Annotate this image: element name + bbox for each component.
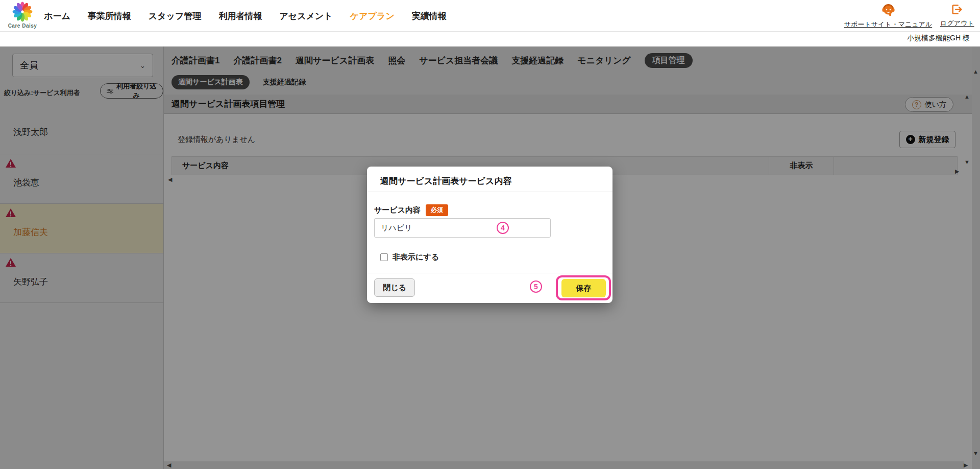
app-root: Care Daisy ホーム 事業所情報 スタッフ管理 利用者情報 アセスメント… [0,0,980,469]
nav-bar: Care Daisy ホーム 事業所情報 スタッフ管理 利用者情報 アセスメント… [0,0,980,32]
support-site-label: サポートサイト・マニュアル [843,20,933,29]
support-site-link[interactable]: サポートサイト・マニュアル [843,3,933,29]
facility-name: 小規模多機能GH 様 [907,34,970,43]
close-button[interactable]: 閉じる [374,278,415,297]
required-badge: 必須 [426,204,448,216]
hide-checkbox[interactable] [380,253,388,261]
service-content-dialog: 週間サービス計画表サービス内容 サービス内容 必須 4 非表示にする 閉じる 5… [367,167,612,303]
annotation-circle-4: 4 [497,222,509,234]
support-headset-icon [881,3,895,17]
top-header: Care Daisy ホーム 事業所情報 スタッフ管理 利用者情報 アセスメント… [0,0,980,46]
nav-item-home[interactable]: ホーム [44,10,70,22]
logout-link[interactable]: ログアウト [940,3,973,28]
logout-label: ログアウト [940,19,973,28]
dialog-header-divider [367,192,612,192]
annotation-circle-5: 5 [530,280,542,293]
dialog-footer-divider [367,273,612,273]
hide-checkbox-label: 非表示にする [393,252,439,262]
logout-icon [950,3,963,16]
dialog-title: 週間サービス計画表サービス内容 [380,175,511,187]
care-daisy-logo[interactable]: Care Daisy [6,1,39,31]
main-nav: ホーム 事業所情報 スタッフ管理 利用者情報 アセスメント ケアプラン 実績情報 [44,0,447,32]
hide-checkbox-row[interactable]: 非表示にする [380,252,439,262]
daisy-flower-icon [12,1,33,22]
save-button[interactable]: 保存 [561,279,606,297]
nav-item-office-info[interactable]: 事業所情報 [88,10,131,22]
nav-item-careplan[interactable]: ケアプラン [350,10,395,22]
brand-name: Care Daisy [6,23,39,29]
nav-item-user-info[interactable]: 利用者情報 [218,10,262,22]
service-content-input[interactable] [374,218,551,238]
nav-item-assessment[interactable]: アセスメント [279,10,332,22]
service-content-field-row: サービス内容 必須 [374,204,448,216]
nav-item-results[interactable]: 実績情報 [412,10,447,22]
nav-item-staff-mgmt[interactable]: スタッフ管理 [149,10,202,22]
service-content-label: サービス内容 [374,205,421,215]
